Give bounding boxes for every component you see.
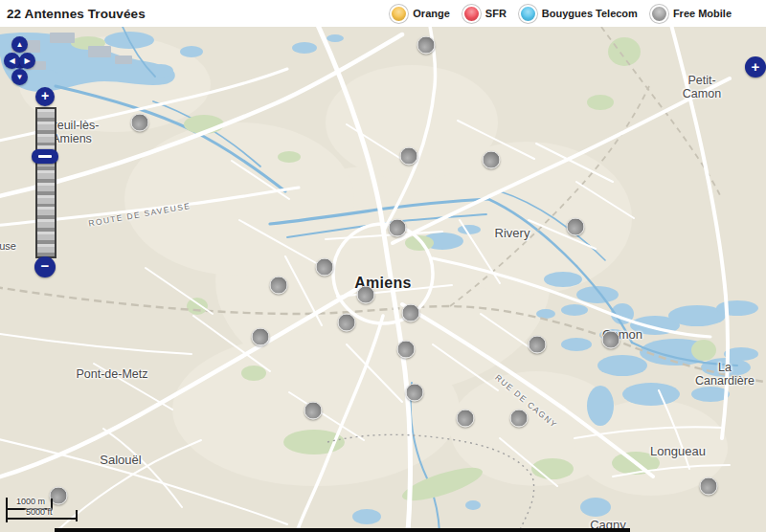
orange-marker-icon: [390, 5, 408, 23]
pan-right-button[interactable]: ▶: [19, 53, 35, 69]
antenna-marker[interactable]: [338, 314, 356, 332]
antenna-marker[interactable]: [252, 328, 270, 346]
legend-item-bouygues[interactable]: Bouygues Telecom: [519, 5, 638, 23]
pan-up-button[interactable]: ▲: [11, 36, 28, 53]
pan-left-button[interactable]: ◀: [4, 53, 20, 69]
antenna-marker[interactable]: [567, 218, 585, 236]
arrow-left-icon: ◀: [9, 56, 14, 65]
legend: OrangeSFRBouygues TelecomFree Mobile: [390, 5, 732, 23]
antenna-marker[interactable]: [400, 147, 418, 166]
antenna-marker[interactable]: [457, 410, 475, 428]
pan-down-button[interactable]: ▼: [11, 69, 28, 85]
antenna-marker[interactable]: [304, 402, 323, 420]
antenna-marker[interactable]: [389, 219, 407, 237]
map-canvas[interactable]: ▲ ◀ ▶ ▼ + − + 1000 m 5000 ft Dreuil-lès-…: [0, 27, 766, 532]
antenna-marker[interactable]: [602, 331, 620, 349]
arrow-up-icon: ▲: [16, 40, 24, 49]
zoom-in-button[interactable]: +: [35, 87, 55, 106]
antenna-marker[interactable]: [406, 384, 424, 402]
arrow-right-icon: ▶: [24, 56, 30, 65]
antenna-marker[interactable]: [700, 477, 718, 496]
scale-metric-label: 1000 m: [16, 497, 45, 506]
scale-bar: 1000 m 5000 ft: [6, 498, 92, 528]
legend-item-free[interactable]: Free Mobile: [650, 5, 732, 23]
sfr-marker-icon: [462, 5, 481, 23]
antenna-marker[interactable]: [510, 410, 529, 428]
zoom-in-button-right[interactable]: +: [745, 56, 766, 78]
page-title: 22 Antennes Trouvées: [7, 7, 146, 21]
legend-label: Free Mobile: [673, 8, 732, 19]
bouygues-marker-icon: [519, 5, 537, 23]
antenna-marker[interactable]: [402, 304, 420, 322]
scale-imperial-tick: [76, 510, 78, 521]
antenna-map-app: 22 Antennes Trouvées OrangeSFRBouygues T…: [0, 0, 766, 532]
scale-imperial-line: [6, 518, 78, 520]
antenna-marker[interactable]: [483, 151, 501, 169]
map-decor: [0, 27, 766, 532]
antenna-marker[interactable]: [131, 114, 149, 132]
legend-label: Bouygues Telecom: [542, 8, 638, 19]
scale-imperial-label: 5000 ft: [26, 507, 53, 517]
legend-item-sfr[interactable]: SFR: [462, 5, 507, 23]
antenna-marker[interactable]: [529, 336, 547, 354]
pan-control: ▲ ◀ ▶ ▼: [0, 29, 46, 94]
zoom-slider-track[interactable]: [35, 107, 56, 258]
zoom-slider-handle[interactable]: [32, 149, 58, 164]
antenna-marker[interactable]: [316, 258, 334, 277]
arrow-down-icon: ▼: [16, 73, 24, 81]
header: 22 Antennes Trouvées OrangeSFRBouygues T…: [0, 0, 766, 27]
antenna-marker[interactable]: [397, 341, 416, 359]
legend-item-orange[interactable]: Orange: [390, 5, 450, 23]
legend-label: SFR: [485, 8, 507, 19]
antenna-marker[interactable]: [417, 36, 436, 55]
zoom-out-button[interactable]: −: [34, 256, 56, 277]
footer-strip: [55, 528, 630, 532]
antenna-marker[interactable]: [270, 277, 288, 295]
legend-label: Orange: [413, 8, 450, 19]
antenna-marker[interactable]: [357, 286, 375, 304]
free-marker-icon: [650, 5, 668, 23]
handle-bar-icon: [38, 155, 52, 158]
